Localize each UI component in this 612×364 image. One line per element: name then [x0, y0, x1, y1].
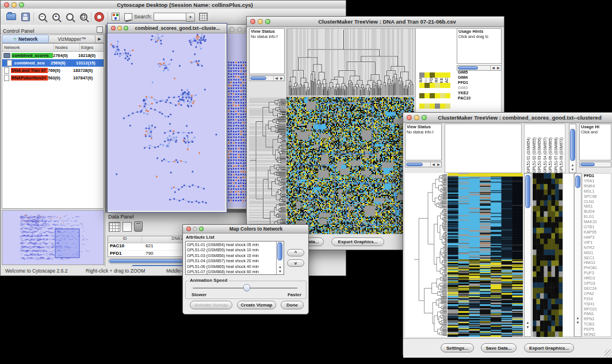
minimize-icon[interactable]	[193, 227, 197, 231]
network-overview-panel[interactable]	[2, 210, 104, 265]
hscroll-thumb[interactable]	[580, 163, 595, 166]
gene-label[interactable]: GIM5	[458, 70, 471, 75]
speed-slider-thumb[interactable]	[243, 284, 250, 292]
network-table-row[interactable]: combined_scores2764(0)16218(0)	[2, 52, 104, 59]
zoom-window-icon[interactable]	[19, 2, 24, 7]
attr-list-vscrollbar[interactable]: ▲ ▼	[276, 242, 284, 274]
zoom-selected-icon[interactable]	[78, 11, 89, 22]
gene-list-item[interactable]: VIP1	[584, 240, 611, 246]
tv2-genelist-vscrollbar[interactable]: ▲ ▼	[574, 173, 582, 337]
scroll-left-icon[interactable]: ◀	[491, 66, 496, 70]
array-label[interactable]: GPL51-01 (GSM854)	[526, 137, 531, 173]
array-label[interactable]: GPL51-08 (GSM872)	[559, 137, 564, 173]
close-icon[interactable]	[186, 227, 191, 231]
gene-list-item[interactable]: PUF3	[584, 271, 611, 276]
tv1-heatmap[interactable]	[286, 97, 414, 234]
attribute-list-item[interactable]: GPL51-04 (GSM857) heat shock 20 min	[187, 258, 282, 263]
tv2-save-data-button[interactable]: Save Data...	[481, 343, 517, 352]
gene-list-item[interactable]: PFD1	[584, 174, 611, 179]
gene-list-item[interactable]: HMG1	[584, 260, 611, 266]
col-nodes[interactable]: Nodes	[54, 44, 80, 51]
gene-list-item[interactable]: ELG1	[584, 214, 611, 220]
help-lifering-icon[interactable]	[93, 11, 105, 22]
gene-list-item[interactable]: TCB3	[584, 322, 611, 327]
float-panel-icon[interactable]	[97, 26, 103, 33]
treeview1-titlebar[interactable]: ClusterMaker TreeView : DNA and Tran 07-…	[247, 17, 504, 27]
network1-titlebar[interactable]: combined_scores_good.txt--cluste...	[108, 24, 227, 33]
tab-network[interactable]: ⁘ Network	[2, 35, 49, 43]
attribute-list-item[interactable]: GPL51-01 (GSM854) heat shock 05 min	[187, 242, 282, 247]
configure-search-icon[interactable]	[197, 11, 209, 22]
gene-list-item[interactable]: SEC1	[584, 256, 611, 261]
gene-list-item[interactable]: GTB1	[584, 225, 611, 230]
scroll-up-icon[interactable]: ▲	[277, 265, 284, 269]
scroll-right-icon[interactable]: ▶	[279, 76, 284, 81]
array-label[interactable]: GPL51-06 (GSM865)	[548, 137, 553, 173]
gene-list-item[interactable]: RPO21	[584, 307, 611, 312]
tv2-top-vscrollbar[interactable]: ▲ ▼	[569, 124, 576, 173]
zoom-out-icon[interactable]: −	[36, 11, 48, 22]
open-session-icon[interactable]	[5, 11, 17, 22]
move-down-button[interactable]: v	[287, 259, 304, 267]
scroll-down-icon[interactable]: ▼	[525, 325, 531, 329]
vscroll-thumb[interactable]	[525, 175, 530, 208]
network-table-row[interactable]: DNA and Tran 07769(0)183728(0)	[2, 67, 104, 74]
main-titlebar[interactable]: Cytoscape Desktop (Session Name: collins…	[1, 1, 346, 9]
tv2-settings-button[interactable]: Settings...	[441, 343, 474, 352]
close-icon[interactable]	[407, 115, 412, 120]
attribute-list-item[interactable]: GPL51-02 (GSM855) heat shock 10 min	[187, 247, 282, 252]
animate-vizmap-button[interactable]: Animate Vizmap	[190, 301, 232, 309]
gene-list-item[interactable]: BUD4	[584, 209, 611, 214]
gene-list-item[interactable]: HAP3	[584, 235, 611, 240]
tab-overflow-button[interactable]: ▶	[95, 35, 104, 43]
minimize-icon[interactable]	[237, 27, 242, 32]
create-vizmap-button[interactable]: Create Vizmap	[237, 301, 276, 309]
gene-label[interactable]: YKE2	[458, 90, 471, 95]
close-icon[interactable]	[4, 2, 9, 7]
col-edges[interactable]: Edges	[80, 44, 104, 51]
gene-list-item[interactable]: RPN1	[584, 317, 611, 322]
tab-vizmapper[interactable]: VizMapper™	[49, 35, 95, 43]
vscroll-thumb[interactable]	[570, 129, 575, 161]
tv1-row-dendrogram[interactable]	[249, 97, 286, 234]
array-label[interactable]: GPL51-03 (GSM856)	[537, 137, 542, 173]
tv1-similarity-matrix[interactable]	[419, 70, 450, 101]
move-up-button[interactable]: ^	[287, 249, 304, 256]
tv2-row-dendrogram[interactable]	[405, 173, 447, 337]
gene-list-item[interactable]: CLN1	[584, 200, 611, 205]
zoom-window-icon[interactable]	[124, 26, 128, 30]
attribute-list-item[interactable]: GPL51-07 (GSM868) heat shock 60 min	[187, 269, 282, 274]
col-network[interactable]: Network	[2, 44, 54, 51]
zoom-window-icon[interactable]	[199, 227, 204, 231]
gene-list-item[interactable]: KAP95	[584, 230, 611, 235]
save-session-icon[interactable]	[20, 11, 31, 22]
scroll-down-icon[interactable]: ▼	[569, 167, 576, 172]
tv2-export-graphics-button[interactable]: Export Graphics...	[524, 343, 574, 352]
tv2-hints-hscrollbar[interactable]	[579, 162, 611, 167]
scroll-right-icon[interactable]: ▶	[436, 162, 441, 167]
scroll-up-icon[interactable]: ▲	[525, 320, 531, 325]
scroll-up-icon[interactable]: ▲	[569, 163, 576, 167]
minimize-icon[interactable]	[414, 115, 419, 120]
attribute-list-item[interactable]: GPL51-06 (GSM865) heat shock 40 min	[187, 264, 282, 269]
scroll-right-icon[interactable]: ▶	[496, 66, 501, 70]
gene-label[interactable]: PAC10	[458, 95, 471, 101]
gene-list-item[interactable]: SPC98	[584, 194, 611, 200]
scroll-down-icon[interactable]: ▼	[575, 320, 581, 325]
gene-list-item[interactable]: SEC24	[584, 286, 611, 292]
search-dropdown-arrow-icon[interactable]: ▼	[186, 13, 195, 22]
scroll-left-icon[interactable]: ◀	[431, 162, 436, 167]
tv2-selected-genes-heatmap[interactable]	[533, 173, 563, 337]
gene-list-item[interactable]: PAN1	[584, 312, 611, 317]
zoom-window-icon[interactable]	[265, 19, 270, 24]
minimize-icon[interactable]	[117, 26, 122, 30]
gene-list-item[interactable]: PEP5	[584, 327, 611, 332]
gene-list-item[interactable]: RNR4	[584, 184, 611, 189]
new-attr-icon[interactable]	[123, 222, 132, 232]
scroll-down-icon[interactable]: ▼	[277, 269, 284, 274]
tv1-export-graphics-button[interactable]: Export Graphics...	[331, 237, 384, 246]
close-icon[interactable]	[250, 19, 255, 24]
tv2-column-dendrogram[interactable]	[445, 124, 522, 173]
close-icon[interactable]	[111, 26, 116, 30]
gene-list-item[interactable]: MSL1	[584, 189, 611, 194]
